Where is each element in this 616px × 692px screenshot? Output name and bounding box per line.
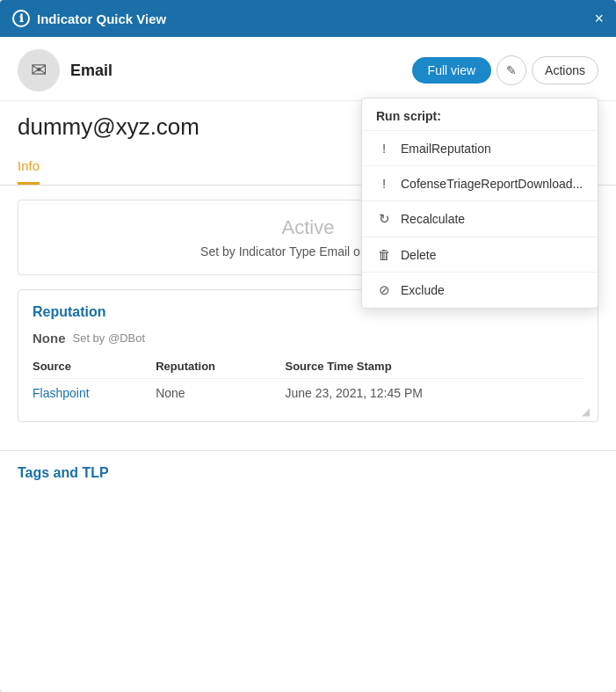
dropdown-item-label-exclude: Exclude: [401, 283, 445, 297]
resize-handle-2: ◢: [582, 405, 594, 418]
actions-dropdown: Run script: ! EmailReputation ! CofenseT…: [361, 98, 598, 309]
indicator-type: Email: [70, 62, 112, 80]
source-cell[interactable]: Flashpoint: [33, 379, 156, 408]
exclaim-icon-2: !: [376, 176, 392, 191]
modal-body: ✉ Email Full view ✎ Actions Run script: …: [0, 37, 616, 692]
tags-title: Tags and TLP: [18, 465, 598, 481]
dropdown-item-cofense[interactable]: ! CofenseTriageReportDownload...: [362, 166, 598, 201]
dropdown-item-emailrep[interactable]: ! EmailReputation: [362, 131, 598, 166]
actions-button[interactable]: Actions: [532, 56, 598, 84]
col-header-reputation: Reputation: [156, 354, 285, 379]
timestamp-cell: June 23, 2021, 12:45 PM: [285, 379, 583, 408]
reputation-row: None Set by @DBot: [33, 331, 583, 346]
dropdown-item-label-delete: Delete: [401, 248, 436, 262]
rep-value: None: [33, 331, 66, 346]
exclude-icon: ⊘: [376, 282, 392, 298]
indicator-header: ✉ Email Full view ✎ Actions Run script: …: [0, 37, 616, 101]
rep-setby: Set by @DBot: [73, 331, 146, 345]
run-script-label: Run script:: [362, 98, 598, 131]
header-left: ℹ Indicator Quick View: [12, 10, 166, 27]
close-button[interactable]: ×: [594, 11, 604, 26]
indicator-actions: Full view ✎ Actions Run script: ! EmailR…: [412, 55, 598, 85]
fullview-button[interactable]: Full view: [412, 57, 491, 84]
email-icon: ✉: [18, 49, 60, 91]
tab-info[interactable]: Info: [18, 149, 40, 185]
dropdown-item-exclude[interactable]: ⊘ Exclude: [362, 273, 598, 308]
dropdown-item-delete[interactable]: 🗑 Delete: [362, 237, 598, 273]
tags-section: Tags and TLP: [0, 450, 616, 495]
dropdown-item-label-emailrep: EmailReputation: [401, 142, 491, 156]
modal-header: ℹ Indicator Quick View ×: [0, 0, 616, 37]
reputation-cell: None: [156, 379, 285, 408]
reputation-section: Reputation None Set by @DBot Source Repu…: [18, 289, 598, 422]
edit-icon: ✎: [506, 63, 517, 77]
reputation-table: Source Reputation Source Time Stamp Flas…: [33, 354, 583, 407]
col-header-source: Source: [33, 354, 156, 379]
dropdown-item-label-cofense: CofenseTriageReportDownload...: [401, 177, 583, 191]
edit-button[interactable]: ✎: [496, 55, 526, 85]
dropdown-item-recalculate[interactable]: ↻ Recalculate: [362, 201, 598, 237]
table-row: Flashpoint None June 23, 2021, 12:45 PM: [33, 379, 583, 408]
modal-container: ℹ Indicator Quick View × ✉ Email Full vi…: [0, 0, 616, 692]
col-header-timestamp: Source Time Stamp: [285, 354, 583, 379]
indicator-left: ✉ Email: [18, 49, 112, 91]
exclaim-icon-1: !: [376, 141, 392, 156]
modal-title: Indicator Quick View: [37, 11, 166, 26]
delete-icon: 🗑: [376, 247, 392, 262]
dropdown-item-label-recalculate: Recalculate: [401, 212, 465, 226]
recalculate-icon: ↻: [376, 211, 392, 227]
info-icon: ℹ: [12, 10, 30, 27]
